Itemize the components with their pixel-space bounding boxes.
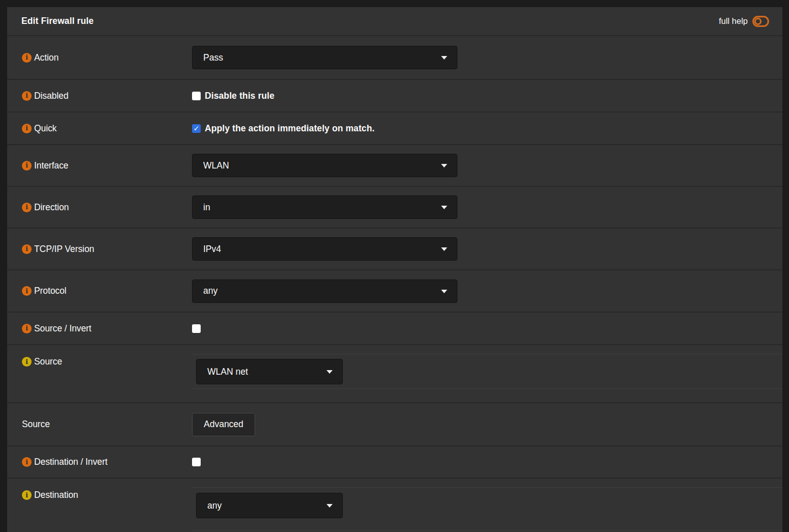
destination-subtable: any [192, 487, 782, 531]
field-row-tcpip-version: TCP/IP Version IPv4 [7, 228, 782, 269]
info-circle-icon[interactable] [22, 490, 32, 500]
caret-down-icon [441, 290, 447, 293]
action-select[interactable]: Pass [192, 46, 457, 69]
select-value: WLAN [203, 160, 229, 171]
field-label: Protocol [34, 286, 66, 296]
field-row-interface: Interface WLAN [7, 144, 782, 186]
select-value: IPv4 [203, 244, 221, 255]
info-circle-icon[interactable] [22, 91, 32, 101]
checkbox-label: Disable this rule [205, 91, 275, 101]
field-label-cell: Destination [7, 479, 192, 500]
edit-firewall-rule-panel: Edit Firewall rule full help Action Pass… [7, 7, 782, 532]
field-row-action: Action Pass [7, 35, 782, 79]
info-circle-icon[interactable] [22, 357, 32, 367]
info-circle-icon[interactable] [22, 244, 32, 254]
info-circle-icon[interactable] [22, 161, 32, 171]
destination-invert-checkbox[interactable] [192, 458, 201, 466]
interface-select[interactable]: WLAN [192, 154, 457, 177]
info-circle-icon[interactable] [22, 203, 32, 212]
info-circle-icon[interactable] [22, 53, 32, 63]
source-subtable: WLAN net [192, 354, 782, 389]
source-advanced-button[interactable]: Advanced [192, 413, 255, 436]
caret-down-icon [441, 206, 447, 209]
field-label: Disabled [34, 91, 68, 101]
field-label: Source [22, 419, 50, 430]
destination-select[interactable]: any [196, 493, 343, 518]
field-label-cell: Source / Invert [7, 323, 192, 334]
field-row-source: Source WLAN net [7, 344, 782, 402]
field-label: Source / Invert [34, 323, 91, 334]
field-label-cell: Action [7, 52, 192, 63]
field-row-destination-invert: Destination / Invert [7, 445, 782, 478]
page-title: Edit Firewall rule [21, 16, 94, 26]
panel-header: Edit Firewall rule full help [7, 7, 782, 35]
field-label-cell: TCP/IP Version [7, 244, 192, 255]
field-label-cell: Destination / Invert [7, 457, 192, 467]
field-row-source-advanced: Source Advanced [7, 402, 782, 445]
field-row-destination: Destination any [7, 478, 782, 532]
field-label-cell: Interface [7, 160, 192, 171]
field-label: Interface [34, 160, 68, 171]
select-value: any [203, 286, 217, 296]
caret-down-icon [327, 504, 333, 508]
field-label: Source [34, 356, 62, 367]
field-label: Quick [34, 123, 57, 134]
field-label: Destination / Invert [34, 457, 107, 467]
field-row-quick: Quick Apply the action immediately on ma… [7, 111, 782, 144]
full-help-toggle[interactable]: full help [719, 16, 769, 27]
source-invert-checkbox[interactable] [192, 324, 201, 333]
full-help-label: full help [719, 16, 748, 26]
toggle-off-icon [752, 16, 769, 27]
checkbox-label: Apply the action immediately on match. [205, 123, 374, 134]
caret-down-icon [441, 164, 447, 167]
tcpip-version-select[interactable]: IPv4 [192, 237, 457, 261]
select-value: Pass [203, 52, 223, 63]
field-row-disabled: Disabled Disable this rule [7, 79, 782, 111]
caret-down-icon [327, 370, 333, 374]
select-value: in [203, 202, 210, 213]
source-select[interactable]: WLAN net [196, 359, 343, 384]
caret-down-icon [441, 247, 447, 251]
field-label: Direction [34, 202, 69, 213]
quick-checkbox[interactable] [192, 124, 201, 133]
field-label-cell: Protocol [7, 286, 192, 296]
field-label: Destination [34, 490, 78, 500]
field-label-cell: Direction [7, 202, 192, 213]
info-circle-icon[interactable] [22, 124, 32, 133]
caret-down-icon [441, 56, 447, 60]
field-row-protocol: Protocol any [7, 269, 782, 312]
select-value: any [207, 500, 222, 511]
field-label: Action [34, 52, 59, 63]
field-label-cell: Source [7, 345, 192, 367]
info-circle-icon[interactable] [22, 286, 32, 296]
field-label-cell: Disabled [7, 91, 192, 101]
info-circle-icon[interactable] [22, 324, 32, 333]
field-label-cell: Source [7, 419, 192, 430]
field-label: TCP/IP Version [34, 244, 94, 255]
disabled-checkbox[interactable] [192, 92, 201, 100]
protocol-select[interactable]: any [192, 279, 457, 303]
direction-select[interactable]: in [192, 195, 457, 219]
field-label-cell: Quick [7, 123, 192, 134]
info-circle-icon[interactable] [22, 457, 32, 467]
field-row-source-invert: Source / Invert [7, 312, 782, 344]
select-value: WLAN net [207, 367, 248, 377]
field-row-direction: Direction in [7, 186, 782, 228]
